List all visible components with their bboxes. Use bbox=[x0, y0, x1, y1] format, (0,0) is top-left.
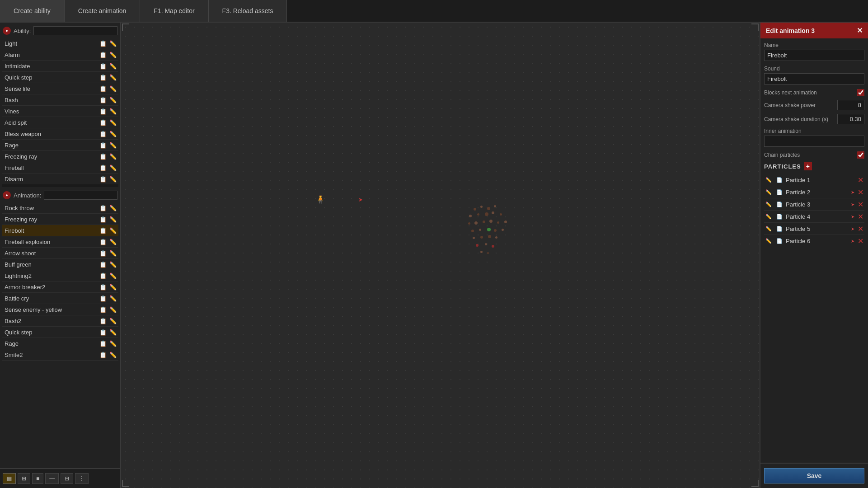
animation-copy-button[interactable]: 📋 bbox=[99, 215, 108, 224]
right-panel-close[interactable]: ✕ bbox=[857, 26, 863, 35]
ability-copy-button[interactable]: 📋 bbox=[99, 84, 108, 93]
animation-list-item[interactable]: Smite2 📋 ✏️ bbox=[2, 349, 118, 361]
sound-input[interactable] bbox=[764, 73, 864, 84]
animation-copy-button[interactable]: 📋 bbox=[99, 339, 108, 348]
animation-list-item[interactable]: Bash2 📋 ✏️ bbox=[2, 315, 118, 327]
particle-file-icon-btn[interactable]: 📄 bbox=[775, 188, 784, 197]
ability-edit-button[interactable]: ✏️ bbox=[108, 61, 117, 70]
particle-delete-button[interactable]: ✕ bbox=[856, 237, 864, 245]
animation-list-item[interactable]: Fireball explosion 📋 ✏️ bbox=[2, 236, 118, 248]
particle-edit-icon-btn[interactable]: ✏️ bbox=[764, 188, 773, 197]
ability-list-item[interactable]: Rage 📋 ✏️ bbox=[2, 140, 118, 151]
particle-delete-button[interactable]: ✕ bbox=[856, 225, 864, 233]
create-ability-button[interactable]: Create ability bbox=[0, 0, 65, 22]
animation-copy-button[interactable]: 📋 bbox=[99, 271, 108, 280]
ability-edit-button[interactable]: ✏️ bbox=[108, 95, 117, 104]
particles-add-button[interactable]: + bbox=[804, 162, 812, 170]
ability-list-item[interactable]: Fireball 📋 ✏️ bbox=[2, 162, 118, 174]
animation-edit-button[interactable]: ✏️ bbox=[108, 294, 117, 303]
ability-copy-button[interactable]: 📋 bbox=[99, 95, 108, 104]
map-editor-button[interactable]: F1. Map editor bbox=[140, 0, 208, 22]
toolbar-square-button[interactable]: ■ bbox=[32, 473, 43, 484]
animation-list-item[interactable]: Lightning2 📋 ✏️ bbox=[2, 270, 118, 282]
ability-list-item[interactable]: Acid spit 📋 ✏️ bbox=[2, 117, 118, 128]
toolbar-grid3-button[interactable]: ⊟ bbox=[61, 473, 73, 484]
ability-edit-button[interactable]: ✏️ bbox=[108, 50, 117, 59]
animation-edit-button[interactable]: ✏️ bbox=[108, 203, 117, 212]
ability-search-input[interactable] bbox=[33, 26, 117, 35]
create-animation-button[interactable]: Create animation bbox=[65, 0, 141, 22]
ability-copy-button[interactable]: 📋 bbox=[99, 163, 108, 172]
particle-edit-icon-btn[interactable]: ✏️ bbox=[764, 175, 773, 184]
particle-delete-button[interactable]: ✕ bbox=[856, 212, 864, 221]
animation-copy-button[interactable]: 📋 bbox=[99, 203, 108, 212]
center-canvas[interactable]: 🧍 ➤ bbox=[121, 23, 760, 488]
ability-list-item[interactable]: Vines 📋 ✏️ bbox=[2, 106, 118, 117]
particle-file-icon-btn[interactable]: 📄 bbox=[775, 175, 784, 184]
ability-edit-button[interactable]: ✏️ bbox=[108, 84, 117, 93]
toolbar-grid1-button[interactable]: ▦ bbox=[3, 473, 16, 484]
animation-edit-button[interactable]: ✏️ bbox=[108, 305, 117, 314]
animation-list-item[interactable]: Buff green 📋 ✏️ bbox=[2, 259, 118, 270]
animation-copy-button[interactable]: 📋 bbox=[99, 260, 108, 269]
ability-list-item[interactable]: Freezing ray 📋 ✏️ bbox=[2, 151, 118, 162]
toolbar-more-button[interactable]: ⋮ bbox=[75, 473, 89, 484]
particle-delete-button[interactable]: ✕ bbox=[856, 188, 864, 196]
particle-file-icon-btn[interactable]: 📄 bbox=[775, 224, 784, 233]
animation-copy-button[interactable]: 📋 bbox=[99, 316, 108, 325]
ability-copy-button[interactable]: 📋 bbox=[99, 73, 108, 82]
animation-copy-button[interactable]: 📋 bbox=[99, 249, 108, 258]
animation-list-item[interactable]: Arrow shoot 📋 ✏️ bbox=[2, 248, 118, 259]
animation-list-item[interactable]: Firebolt 📋 ✏️ bbox=[2, 225, 118, 236]
ability-edit-button[interactable]: ✏️ bbox=[108, 118, 117, 127]
save-button[interactable]: Save bbox=[764, 468, 864, 483]
ability-copy-button[interactable]: 📋 bbox=[99, 141, 108, 150]
ability-copy-button[interactable]: 📋 bbox=[99, 61, 108, 70]
ability-list-item[interactable]: Alarm 📋 ✏️ bbox=[2, 49, 118, 61]
animation-copy-button[interactable]: 📋 bbox=[99, 294, 108, 303]
animation-edit-button[interactable]: ✏️ bbox=[108, 260, 117, 269]
ability-list-item[interactable]: Sense life 📋 ✏️ bbox=[2, 83, 118, 94]
animation-list-item[interactable]: Quick step 📋 ✏️ bbox=[2, 327, 118, 338]
ability-edit-button[interactable]: ✏️ bbox=[108, 163, 117, 172]
animation-copy-button[interactable]: 📋 bbox=[99, 226, 108, 235]
ability-list-item[interactable]: Bash 📋 ✏️ bbox=[2, 94, 118, 106]
chain-particles-checkbox[interactable] bbox=[857, 151, 864, 159]
ability-edit-button[interactable]: ✏️ bbox=[108, 129, 117, 138]
particle-edit-icon-btn[interactable]: ✏️ bbox=[764, 200, 773, 209]
ability-copy-button[interactable]: 📋 bbox=[99, 174, 108, 183]
animation-edit-button[interactable]: ✏️ bbox=[108, 215, 117, 224]
particle-delete-button[interactable]: ✕ bbox=[856, 176, 864, 184]
animation-edit-button[interactable]: ✏️ bbox=[108, 226, 117, 235]
animation-edit-button[interactable]: ✏️ bbox=[108, 339, 117, 348]
particle-file-icon-btn[interactable]: 📄 bbox=[775, 212, 784, 221]
animation-list-item[interactable]: Rock throw 📋 ✏️ bbox=[2, 202, 118, 214]
animation-edit-button[interactable]: ✏️ bbox=[108, 249, 117, 258]
animation-copy-button[interactable]: 📋 bbox=[99, 305, 108, 314]
ability-edit-button[interactable]: ✏️ bbox=[108, 152, 117, 161]
ability-list-item[interactable]: Quick step 📋 ✏️ bbox=[2, 72, 118, 83]
name-input[interactable] bbox=[764, 50, 864, 61]
ability-list-item[interactable]: Light 📋 ✏️ bbox=[2, 38, 118, 49]
ability-list-item[interactable]: Intimidate 📋 ✏️ bbox=[2, 61, 118, 72]
reload-assets-button[interactable]: F3. Reload assets bbox=[209, 0, 287, 22]
camera-shake-power-input[interactable] bbox=[837, 100, 864, 110]
animation-copy-button[interactable]: 📋 bbox=[99, 237, 108, 246]
particle-delete-button[interactable]: ✕ bbox=[856, 200, 864, 208]
ability-edit-button[interactable]: ✏️ bbox=[108, 73, 117, 82]
ability-copy-button[interactable]: 📋 bbox=[99, 39, 108, 48]
particle-edit-icon-btn[interactable]: ✏️ bbox=[764, 224, 773, 233]
ability-edit-button[interactable]: ✏️ bbox=[108, 107, 117, 116]
ability-list-item[interactable]: Disarm 📋 ✏️ bbox=[2, 174, 118, 183]
animation-edit-button[interactable]: ✏️ bbox=[108, 350, 117, 359]
particle-edit-icon-btn[interactable]: ✏️ bbox=[764, 212, 773, 221]
ability-copy-button[interactable]: 📋 bbox=[99, 129, 108, 138]
ability-edit-button[interactable]: ✏️ bbox=[108, 174, 117, 183]
particle-edit-icon-btn[interactable]: ✏️ bbox=[764, 236, 773, 245]
inner-animation-input[interactable] bbox=[764, 136, 864, 147]
ability-list-item[interactable]: Bless weapon 📋 ✏️ bbox=[2, 128, 118, 140]
ability-copy-button[interactable]: 📋 bbox=[99, 118, 108, 127]
animation-copy-button[interactable]: 📋 bbox=[99, 350, 108, 359]
particle-file-icon-btn[interactable]: 📄 bbox=[775, 200, 784, 209]
blocks-next-animation-checkbox[interactable] bbox=[857, 89, 864, 96]
